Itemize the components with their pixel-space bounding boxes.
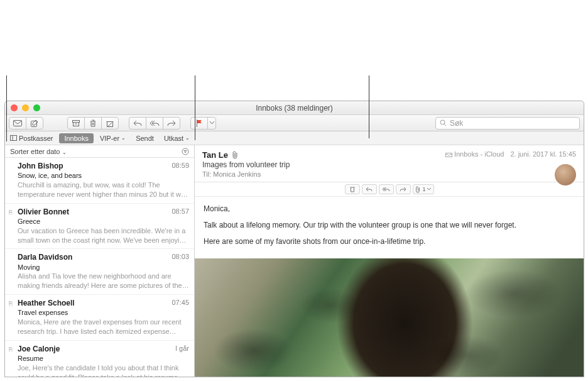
- inbox-label: Innboks: [64, 135, 89, 142]
- window-controls: [5, 104, 40, 111]
- message-list[interactable]: John Bishop08:59Snow, ice, and bearsChur…: [5, 158, 194, 377]
- search-icon: [440, 119, 447, 126]
- sort-bar[interactable]: Sorter etter dato⌄: [5, 145, 194, 158]
- attachment-icon: ⎘: [9, 299, 13, 308]
- message-time: 08:59: [172, 161, 189, 171]
- mailboxes-label: Postkasser: [19, 135, 53, 142]
- message-time: 07:45: [172, 298, 189, 308]
- chevron-down-icon: ⌄: [185, 135, 190, 141]
- message-from: Tan Le: [202, 150, 228, 160]
- favorites-bar: Postkasser Innboks VIP-er⌄ Sendt Utkast⌄: [5, 131, 584, 145]
- attachment-icon: [232, 151, 239, 159]
- reply-all-button[interactable]: [146, 117, 163, 130]
- drafts-label: Utkast: [164, 135, 183, 142]
- flag-menu-button[interactable]: [207, 117, 216, 130]
- reply-all-msg-button[interactable]: [379, 184, 394, 194]
- message-list-column: Sorter etter dato⌄ John Bishop08:59Snow,…: [5, 145, 195, 377]
- get-mail-button[interactable]: [9, 117, 26, 130]
- message-time: 08:03: [172, 252, 189, 262]
- attachment-icon: ⎘: [9, 208, 13, 217]
- message-sender: Heather Schoell: [18, 298, 75, 308]
- message-time: I går: [175, 344, 189, 354]
- message-subject: Greece: [18, 217, 189, 226]
- minimize-window-button[interactable]: [22, 104, 29, 111]
- message-body: Monica,Talk about a lifelong memory. Our…: [195, 197, 584, 258]
- message-time: 08:57: [172, 207, 189, 217]
- sent-label: Sendt: [136, 135, 154, 142]
- message-body-paragraph: Talk about a lifelong memory. Our trip w…: [204, 219, 575, 231]
- inbox-tab[interactable]: Innboks: [59, 133, 94, 143]
- sort-label: Sorter etter dato: [10, 148, 60, 155]
- reply-button[interactable]: [129, 117, 146, 130]
- chevron-down-icon: ⌄: [62, 150, 67, 155]
- message-subject: Resume: [18, 354, 189, 363]
- junk-button[interactable]: [101, 117, 119, 130]
- reader-column: Tan Le Images from volunteer trip Til: M…: [195, 145, 584, 377]
- zoom-window-button[interactable]: [33, 104, 40, 111]
- message-date: 2. juni. 2017 kl. 15:45: [510, 150, 576, 158]
- drafts-tab[interactable]: Utkast⌄: [159, 133, 195, 143]
- vip-tab[interactable]: VIP-er⌄: [95, 133, 131, 143]
- message-item[interactable]: ⎘Joe CalonjeI gårResumeJoe, Here's the c…: [5, 341, 194, 377]
- to-name: Monica Jenkins: [213, 170, 261, 178]
- vip-label: VIP-er: [100, 135, 119, 142]
- close-window-button[interactable]: [11, 104, 18, 111]
- message-sender: Joe Calonje: [18, 344, 60, 354]
- chevron-down-icon: ⌄: [121, 135, 126, 141]
- main-pane: Sorter etter dato⌄ John Bishop08:59Snow,…: [5, 145, 584, 377]
- message-sender: John Bishop: [18, 161, 63, 171]
- sent-tab[interactable]: Sendt: [131, 133, 159, 143]
- message-item[interactable]: ⎘Olivier Bonnet08:57GreeceOur vacation t…: [5, 204, 194, 250]
- message-sender: Olivier Bonnet: [18, 207, 69, 217]
- message-body-paragraph: Monica,: [204, 203, 575, 214]
- message-header: Tan Le Images from volunteer trip Til: M…: [195, 145, 584, 182]
- message-sender: Darla Davidson: [18, 252, 72, 262]
- attachment-icon: ⎘: [9, 345, 13, 354]
- mailbox-indicator[interactable]: Innboks - iCloud: [445, 150, 504, 158]
- mailbox-name: Innboks - iCloud: [454, 150, 504, 158]
- message-subject: Moving: [18, 263, 189, 272]
- message-preview: Monica, Here are the travel expenses fro…: [18, 318, 189, 336]
- message-attached-image[interactable]: [195, 258, 584, 377]
- message-preview: Churchill is amazing, but wow, was it co…: [18, 180, 189, 199]
- message-item[interactable]: John Bishop08:59Snow, ice, and bearsChur…: [5, 158, 194, 204]
- svg-rect-13: [11, 136, 17, 141]
- attachment-menu-button[interactable]: 1: [413, 184, 434, 194]
- message-action-bar: 1: [195, 182, 584, 197]
- message-preview: Joe, Here's the candidate I told you abo…: [18, 363, 189, 377]
- svg-line-9: [108, 123, 112, 126]
- attachment-count: 1: [422, 186, 425, 192]
- message-item[interactable]: ⎘Heather Schoell07:45Travel expensesMoni…: [5, 295, 194, 341]
- sender-avatar[interactable]: [555, 164, 576, 185]
- archive-button[interactable]: [67, 117, 85, 130]
- svg-point-11: [440, 120, 445, 124]
- delete-button[interactable]: [84, 117, 102, 130]
- message-preview: Alisha and Tia love the new neighborhood…: [18, 272, 189, 290]
- flag-button[interactable]: [190, 117, 208, 130]
- window-title: Innboks (38 meldinger): [5, 104, 584, 113]
- message-preview: Our vacation to Greece has been incredib…: [18, 226, 189, 245]
- message-body-paragraph: Here are some of my favorite shots from …: [204, 236, 575, 247]
- mail-window: Innboks (38 meldinger): [4, 101, 584, 377]
- mailboxes-button[interactable]: Postkasser: [5, 133, 58, 143]
- compose-button[interactable]: [26, 117, 43, 130]
- filter-icon[interactable]: [182, 148, 189, 155]
- to-label: Til:: [202, 170, 211, 178]
- svg-rect-0: [14, 120, 22, 126]
- search-field[interactable]: Søk: [435, 117, 580, 130]
- forward-button[interactable]: [163, 117, 180, 130]
- message-item[interactable]: Darla Davidson08:03MovingAlisha and Tia …: [5, 249, 194, 295]
- reply-msg-button[interactable]: [362, 184, 377, 194]
- delete-msg-button[interactable]: [345, 184, 360, 194]
- titlebar: Innboks (38 meldinger): [5, 101, 584, 115]
- toolbar: Søk: [5, 115, 584, 131]
- svg-line-12: [444, 124, 446, 126]
- message-subject: Snow, ice, and bears: [18, 171, 189, 180]
- message-subject: Travel expenses: [18, 308, 189, 318]
- search-placeholder: Søk: [450, 119, 463, 128]
- message-subject: Images from volunteer trip: [202, 160, 576, 169]
- forward-msg-button[interactable]: [396, 184, 411, 194]
